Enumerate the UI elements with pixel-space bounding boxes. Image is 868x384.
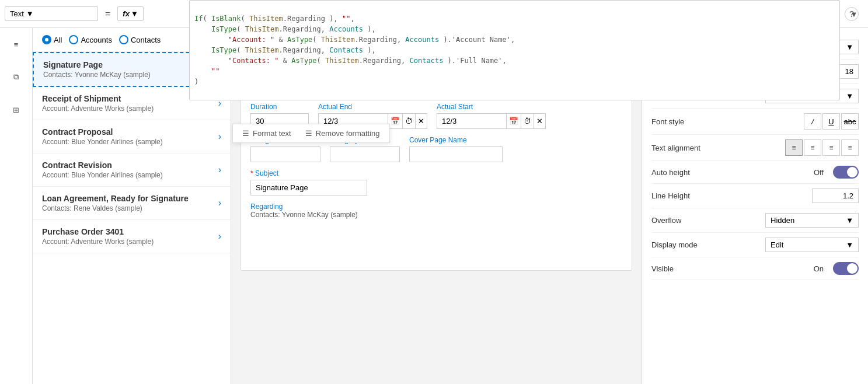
prop-row-auto-height: Auto height Off (651, 161, 859, 184)
fx-label: fx (123, 9, 130, 18)
align-right-button[interactable]: ≡ (822, 139, 840, 156)
visible-state: On (814, 264, 824, 273)
style-buttons: / U abc (804, 113, 859, 130)
overflow-label: Overflow (651, 216, 681, 225)
overflow-chevron-icon: ▼ (846, 216, 853, 225)
prop-row-display-mode: Display mode Edit ▼ (651, 233, 859, 257)
display-mode-select[interactable]: Edit ▼ (765, 238, 859, 252)
prop-row-visible: Visible On (651, 257, 859, 280)
list-item[interactable]: Loan Agreement, Ready for Signature Cont… (33, 187, 231, 220)
time-icon[interactable]: ⏱ (403, 113, 416, 129)
cover-page-name-label: Cover Page Name (409, 136, 503, 144)
actual-start-label: Actual Start (437, 103, 546, 111)
align-left-button[interactable]: ≡ (785, 139, 803, 156)
calendar-icon[interactable]: 📅 (507, 113, 521, 129)
field-subject: Subject (250, 169, 622, 196)
align-justify-button[interactable]: ≡ (841, 139, 859, 156)
help-icon[interactable]: ? (845, 7, 859, 21)
format-text-button[interactable]: ☰ Format text (242, 129, 291, 138)
list-item-subtitle: Account: Adventure Works (sample) (42, 238, 218, 246)
radio-all-label: All (54, 36, 62, 44)
toggle-knob (847, 167, 857, 177)
list-item-subtitle: Contacts: Rene Valdes (sample) (42, 204, 218, 212)
radio-contacts[interactable]: Contacts (119, 35, 161, 44)
chevron-right-icon: › (218, 131, 221, 142)
clear-icon[interactable]: ✕ (534, 113, 546, 129)
font-style-label: Font style (651, 117, 684, 126)
list-item[interactable]: Contract Revision Account: Blue Yonder A… (33, 153, 231, 187)
remove-formatting-icon: ☰ (305, 129, 312, 138)
auto-height-toggle[interactable] (833, 166, 859, 179)
auto-height-label: Auto height (651, 168, 690, 177)
hamburger-icon[interactable]: ≡ (5, 33, 28, 56)
duration-label: Duration (250, 103, 309, 111)
dropdown-chevron-icon: ▼ (26, 9, 34, 18)
regarding-value: Contacts: Yvonne McKay (sample) (250, 211, 622, 219)
display-mode-label: Display mode (651, 240, 698, 249)
cover-page-name-input[interactable] (409, 146, 503, 162)
align-center-button[interactable]: ≡ (804, 139, 821, 156)
grid-icon[interactable]: ⊞ (5, 98, 28, 121)
list-item-title: Contract Revision (42, 160, 218, 170)
format-text-icon: ☰ (242, 129, 249, 138)
visible-toggle[interactable] (833, 262, 859, 275)
underline-button[interactable]: U (822, 113, 840, 130)
overflow-select[interactable]: Hidden ▼ (765, 213, 859, 228)
field-cover-page-name: Cover Page Name (409, 136, 503, 162)
radio-contacts-label: Contacts (131, 36, 161, 44)
auto-height-state: Off (814, 168, 824, 177)
list-item-title: Contract Proposal (42, 127, 218, 137)
fx-chevron-icon: ▼ (131, 9, 138, 18)
list-item-title: Purchase Order 3401 (42, 227, 218, 236)
chevron-right-icon: › (218, 198, 221, 208)
list-item[interactable]: Contract Proposal Account: Blue Yonder A… (33, 120, 231, 153)
font-weight-chevron-icon: ▼ (846, 92, 853, 100)
radio-all-circle (42, 35, 51, 44)
text-dropdown-label: Text (10, 9, 24, 18)
format-toolbar: ☰ Format text ☰ Remove formatting (232, 124, 390, 143)
regarding-label: Regarding (250, 203, 622, 211)
strikethrough-button[interactable]: abc (841, 113, 859, 130)
radio-accounts-label: Accounts (81, 36, 111, 44)
visible-label: Visible (651, 264, 674, 273)
actual-end-label: Actual End (318, 103, 427, 111)
prop-row-font-style: Font style / U abc (651, 109, 859, 135)
prop-row-line-height: Line Height (651, 184, 859, 208)
radio-accounts[interactable]: Accounts (69, 35, 111, 44)
regarding-section: Regarding Contacts: Yvonne McKay (sample… (250, 203, 622, 219)
billing-code-input[interactable] (250, 146, 320, 162)
prop-row-text-alignment: Text alignment ≡ ≡ ≡ ≡ (651, 135, 859, 161)
visible-toggle-knob (847, 263, 857, 274)
overflow-value: Hidden (771, 216, 794, 225)
subject-input[interactable] (250, 180, 367, 196)
line-height-label: Line Height (651, 191, 690, 200)
text-dropdown[interactable]: Text ▼ (5, 6, 98, 21)
list-item[interactable]: Purchase Order 3401 Account: Adventure W… (33, 220, 231, 253)
italic-button[interactable]: / (804, 113, 821, 130)
remove-formatting-button[interactable]: ☰ Remove formatting (305, 129, 380, 138)
actual-start-input[interactable] (437, 113, 507, 129)
top-bar: Text ▼ = fx ▼ If( IsBlank( ThisItem.Rega… (0, 0, 868, 28)
chevron-right-icon: › (218, 231, 221, 242)
prop-row-overflow: Overflow Hidden ▼ (651, 208, 859, 233)
format-text-label: Format text (253, 129, 291, 138)
formula-bar[interactable]: If( IsBlank( ThisItem.Regarding ), "", I… (189, 0, 840, 100)
radio-group-filter: All Accounts Contacts (42, 35, 161, 44)
clear-icon[interactable]: ✕ (416, 113, 427, 129)
alignment-buttons: ≡ ≡ ≡ ≡ (785, 139, 859, 156)
category-input[interactable] (330, 146, 400, 162)
display-mode-value: Edit (771, 240, 783, 249)
subject-label: Subject (250, 169, 622, 177)
radio-all[interactable]: All (42, 35, 62, 44)
time-icon[interactable]: ⏱ (521, 113, 534, 129)
fx-button[interactable]: fx ▼ (117, 6, 143, 21)
calendar-icon[interactable]: 📅 (388, 113, 403, 129)
display-mode-chevron-icon: ▼ (846, 240, 853, 249)
radio-accounts-circle (69, 35, 78, 44)
equals-sign: = (103, 9, 113, 19)
line-height-input[interactable] (812, 188, 859, 203)
list-item-subtitle: Account: Adventure Works (sample) (42, 104, 218, 113)
chevron-right-icon: › (218, 165, 221, 175)
actual-start-date-wrapper: 📅 ⏱ ✕ (437, 113, 546, 129)
layers-icon[interactable]: ⧉ (5, 65, 28, 89)
